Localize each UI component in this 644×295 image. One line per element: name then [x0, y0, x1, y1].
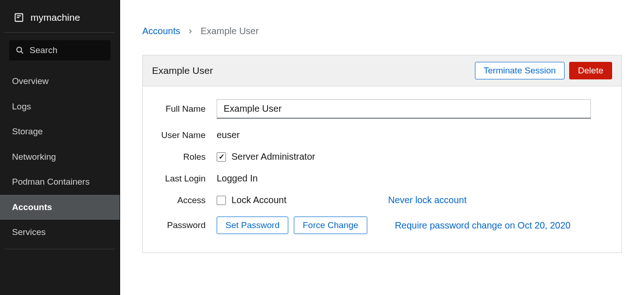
- lock-account-checkbox[interactable]: [217, 196, 226, 205]
- sidebar: mymachine Search Overview Logs Storage N…: [0, 0, 120, 295]
- row-full-name: Full Name: [154, 99, 610, 119]
- label-full-name: Full Name: [154, 104, 217, 114]
- server-admin-label: Server Administrator: [231, 151, 315, 162]
- never-lock-link[interactable]: Never lock account: [388, 195, 467, 205]
- sidebar-item-storage[interactable]: Storage: [0, 119, 120, 144]
- main-content: Accounts Example User Example User Termi…: [120, 0, 644, 295]
- search-input[interactable]: Search: [9, 40, 110, 60]
- panel-actions: Terminate Session Delete: [475, 62, 612, 79]
- search-placeholder: Search: [30, 45, 57, 55]
- force-change-button[interactable]: Force Change: [294, 217, 367, 234]
- panel-title: Example User: [152, 65, 213, 76]
- label-last-login: Last Login: [154, 174, 217, 184]
- breadcrumb: Accounts Example User: [142, 26, 622, 36]
- breadcrumb-current: Example User: [200, 26, 259, 36]
- set-password-button[interactable]: Set Password: [217, 217, 288, 234]
- row-password: Password Set Password Force Change Requi…: [154, 217, 610, 234]
- svg-point-3: [17, 47, 22, 52]
- sidebar-item-podman-containers[interactable]: Podman Containers: [0, 169, 120, 195]
- breadcrumb-root-link[interactable]: Accounts: [142, 26, 180, 36]
- row-user-name: User Name euser: [154, 130, 610, 140]
- user-panel: Example User Terminate Session Delete Fu…: [142, 55, 622, 253]
- terminate-session-button[interactable]: Terminate Session: [475, 62, 565, 79]
- sidebar-item-overview[interactable]: Overview: [0, 69, 120, 94]
- last-login-value: Logged In: [217, 173, 258, 184]
- require-password-change-link[interactable]: Require password change on Oct 20, 2020: [395, 220, 571, 231]
- panel-header: Example User Terminate Session Delete: [143, 55, 621, 86]
- label-roles: Roles: [154, 152, 217, 162]
- delete-button[interactable]: Delete: [569, 62, 612, 79]
- row-last-login: Last Login Logged In: [154, 173, 610, 184]
- chevron-right-icon: [188, 26, 193, 36]
- sidebar-item-services[interactable]: Services: [0, 220, 120, 245]
- host-name: mymachine: [30, 12, 80, 23]
- svg-line-4: [21, 51, 23, 54]
- full-name-input[interactable]: [217, 99, 591, 119]
- label-user-name: User Name: [154, 130, 217, 140]
- lock-account-label: Lock Account: [231, 195, 286, 205]
- sidebar-item-networking[interactable]: Networking: [0, 144, 120, 170]
- row-access: Access Lock Account Never lock account: [154, 195, 610, 205]
- server-admin-checkbox[interactable]: [217, 152, 226, 162]
- user-name-value: euser: [217, 130, 240, 140]
- sidebar-item-logs[interactable]: Logs: [0, 94, 120, 120]
- sidebar-nav: Overview Logs Storage Networking Podman …: [0, 69, 120, 249]
- host-row[interactable]: mymachine: [5, 6, 115, 33]
- row-roles: Roles Server Administrator: [154, 151, 610, 162]
- panel-body: Full Name User Name euser Roles Server A…: [143, 86, 621, 253]
- label-access: Access: [154, 195, 217, 205]
- label-password: Password: [154, 220, 217, 230]
- nav-divider: [5, 249, 115, 249]
- server-icon: [14, 12, 24, 23]
- search-icon: [16, 46, 24, 54]
- sidebar-item-accounts[interactable]: Accounts: [0, 195, 120, 220]
